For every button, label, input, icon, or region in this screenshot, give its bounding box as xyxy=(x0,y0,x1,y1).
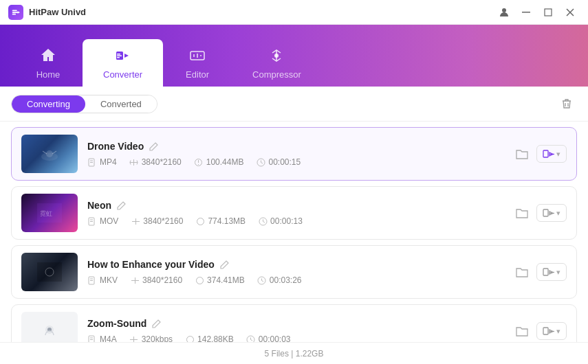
meta-resolution: 320kbps xyxy=(129,334,173,342)
svg-point-51 xyxy=(196,277,203,284)
svg-rect-2 xyxy=(12,13,16,14)
edit-icon[interactable] xyxy=(149,141,159,151)
meta-resolution: 3840*2160 xyxy=(129,157,182,167)
open-folder-button[interactable] xyxy=(512,321,532,341)
svg-line-65 xyxy=(251,339,253,341)
file-name: Zoom-Sound xyxy=(87,318,146,329)
file-icon xyxy=(87,334,97,342)
svg-rect-11 xyxy=(117,56,122,57)
meta-size-value: 774.13MB xyxy=(208,216,246,226)
meta-format-value: M4A xyxy=(100,334,117,342)
svg-rect-5 xyxy=(522,12,530,13)
close-button[interactable] xyxy=(560,3,580,22)
clock-icon xyxy=(246,334,256,342)
meta-format-value: MOV xyxy=(100,216,118,226)
meta-size-value: 374.41MB xyxy=(207,275,245,285)
open-folder-button[interactable] xyxy=(512,203,532,223)
file-thumbnail xyxy=(21,312,78,342)
clock-icon xyxy=(256,157,265,167)
file-icon xyxy=(87,157,97,167)
meta-duration: 00:03:26 xyxy=(257,275,302,285)
title-bar: HitPaw Univd xyxy=(0,0,588,25)
file-name: Drone Video xyxy=(87,141,144,152)
convert-dropdown[interactable]: ▾ xyxy=(536,263,567,281)
svg-line-43 xyxy=(263,221,265,223)
open-folder-button[interactable] xyxy=(512,262,532,282)
nav-item-converter[interactable]: Converter xyxy=(83,39,163,87)
file-info: How to Enhance your Video xyxy=(87,259,512,285)
convert-dropdown[interactable]: ▾ xyxy=(536,145,567,163)
svg-point-40 xyxy=(197,218,204,225)
svg-rect-33 xyxy=(543,150,548,157)
resolution-icon xyxy=(130,275,140,285)
meta-format: MOV xyxy=(87,216,118,226)
size-icon xyxy=(195,275,204,285)
svg-marker-3 xyxy=(18,11,21,14)
meta-size: 374.41MB xyxy=(195,275,245,285)
convert-dropdown[interactable]: ▾ xyxy=(536,322,567,340)
file-info: Zoom-Sound M4A xyxy=(87,318,512,342)
nav-item-compressor[interactable]: Compressor xyxy=(232,39,322,87)
convert-dropdown[interactable]: ▾ xyxy=(536,204,567,222)
convert-dropdown-arrow: ▾ xyxy=(556,209,560,218)
svg-line-54 xyxy=(262,280,264,282)
resolution-icon xyxy=(129,157,139,167)
account-button[interactable] xyxy=(494,3,514,22)
file-info: Drone Video xyxy=(87,141,512,167)
svg-rect-10 xyxy=(117,54,120,55)
file-thumbnail xyxy=(21,135,78,173)
list-item: Drone Video xyxy=(11,127,577,181)
convert-dropdown-arrow: ▾ xyxy=(556,268,560,277)
tab-bar: Converting Converted xyxy=(0,87,588,122)
meta-format-value: MP4 xyxy=(100,157,117,167)
nav-item-home[interactable]: Home xyxy=(14,39,83,87)
meta-size: 142.88KB xyxy=(185,334,234,342)
nav-label-editor: Editor xyxy=(186,69,209,80)
meta-resolution-value: 3840*2160 xyxy=(143,216,183,226)
edit-icon[interactable] xyxy=(152,319,162,328)
restore-button[interactable] xyxy=(538,3,558,22)
size-icon xyxy=(195,216,205,226)
meta-format-value: MKV xyxy=(100,275,118,285)
svg-rect-0 xyxy=(12,10,17,11)
meta-resolution-value: 320kbps xyxy=(142,334,173,342)
minimize-button[interactable] xyxy=(516,3,536,22)
nav-label-converter: Converter xyxy=(103,69,142,80)
delete-all-button[interactable] xyxy=(556,93,577,114)
svg-point-21 xyxy=(46,150,53,157)
file-meta: MKV 3840*2160 xyxy=(87,275,512,285)
convert-dropdown-arrow: ▾ xyxy=(556,327,560,336)
list-item: Zoom-Sound M4A xyxy=(11,304,577,342)
list-item: How to Enhance your Video xyxy=(11,245,577,299)
file-icon xyxy=(87,275,97,285)
svg-rect-66 xyxy=(543,328,548,334)
meta-duration-value: 00:00:03 xyxy=(259,334,291,342)
svg-rect-6 xyxy=(545,9,552,16)
file-thumbnail: 霓虹 xyxy=(21,194,78,232)
file-name-row: Neon xyxy=(87,200,512,211)
svg-rect-55 xyxy=(543,269,548,275)
nav-bar: Home Converter Editor Compressor xyxy=(0,25,588,87)
edit-icon[interactable] xyxy=(220,260,230,269)
meta-format: MKV xyxy=(87,275,118,285)
nav-item-editor[interactable]: Editor xyxy=(163,39,232,87)
tab-converted[interactable]: Converted xyxy=(85,95,157,113)
file-actions: ▾ xyxy=(512,203,567,223)
svg-rect-44 xyxy=(543,209,548,216)
size-icon xyxy=(185,334,195,342)
meta-duration-value: 00:00:15 xyxy=(268,157,301,167)
file-meta: M4A 320kbps xyxy=(87,334,512,342)
tab-converting[interactable]: Converting xyxy=(12,95,85,113)
meta-duration: 00:00:03 xyxy=(246,334,291,342)
meta-resolution-value: 3840*2160 xyxy=(142,275,182,285)
svg-point-4 xyxy=(502,8,506,12)
edit-icon[interactable] xyxy=(117,201,127,210)
tab-group: Converting Converted xyxy=(11,95,157,113)
file-name-row: Zoom-Sound xyxy=(87,318,512,329)
file-actions: ▾ xyxy=(512,262,567,282)
meta-duration: 00:00:13 xyxy=(258,216,303,226)
open-folder-button[interactable] xyxy=(512,144,532,164)
svg-rect-59 xyxy=(89,336,94,343)
meta-resolution-value: 3840*2160 xyxy=(142,157,182,167)
main-content: Converting Converted xyxy=(0,87,588,364)
